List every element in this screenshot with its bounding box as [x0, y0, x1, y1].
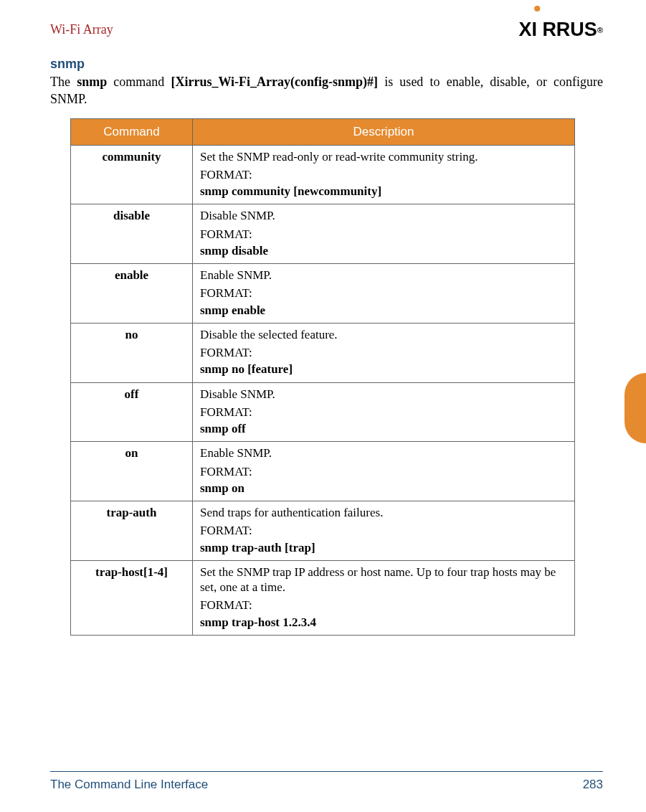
col-header-command: Command: [71, 118, 193, 145]
section-heading: snmp: [50, 57, 603, 72]
footer-page-number: 283: [583, 778, 603, 792]
cmd-name: trap-auth: [71, 501, 193, 561]
table-row: on Enable SNMP. FORMAT: snmp on: [71, 442, 575, 501]
cmd-name: trap-host[1-4]: [71, 560, 193, 635]
cmd-format-value: snmp trap-auth [trap]: [200, 540, 567, 555]
intro-bold-2: [Xirrus_Wi-Fi_Array(config-snmp)#]: [171, 75, 378, 89]
cmd-format-label: FORMAT:: [200, 345, 567, 360]
logo-registered: ®: [597, 26, 603, 34]
cmd-name: on: [71, 442, 193, 501]
cmd-format-label: FORMAT:: [200, 285, 567, 301]
cmd-format-label: FORMAT:: [200, 405, 567, 420]
cmd-format-value: snmp off: [200, 421, 567, 436]
intro-pre: The: [50, 75, 77, 89]
col-header-description: Description: [193, 118, 575, 145]
command-table: Command Description community Set the SN…: [70, 118, 575, 636]
section-intro: The snmp command [Xirrus_Wi-Fi_Array(con…: [50, 73, 603, 108]
cmd-format-value: snmp community [newcommunity]: [200, 184, 567, 199]
table-row: no Disable the selected feature. FORMAT:…: [71, 323, 575, 382]
cmd-desc: Set the SNMP trap IP address or host nam…: [193, 560, 575, 635]
intro-bold-1: snmp: [77, 75, 107, 89]
side-tab-marker: [624, 373, 646, 443]
cmd-desc-text: Disable the selected feature.: [200, 328, 338, 341]
cmd-format-label: FORMAT:: [200, 167, 567, 182]
cmd-desc-text: Disable SNMP.: [200, 209, 275, 222]
cmd-name: no: [71, 323, 193, 382]
cmd-desc: Disable the selected feature. FORMAT: sn…: [193, 323, 575, 382]
logo-dot-i: [532, 19, 543, 41]
cmd-desc-text: Enable SNMP.: [200, 446, 272, 460]
cmd-desc-text: Set the SNMP read-only or read-write com…: [200, 150, 478, 164]
table-row: community Set the SNMP read-only or read…: [71, 145, 575, 204]
cmd-format-label: FORMAT:: [200, 523, 567, 538]
cmd-desc-text: Send traps for authentication failures.: [200, 506, 383, 519]
cmd-desc: Disable SNMP. FORMAT: snmp disable: [193, 204, 575, 264]
cmd-desc: Send traps for authentication failures. …: [193, 501, 575, 561]
table-row: off Disable SNMP. FORMAT: snmp off: [71, 382, 575, 442]
cmd-name: off: [71, 382, 193, 442]
logo-text-2: RRUS: [542, 19, 597, 41]
cmd-desc-text: Enable SNMP.: [200, 268, 272, 282]
logo-text-1: X: [519, 19, 532, 41]
table-row: disable Disable SNMP. FORMAT: snmp disab…: [71, 204, 575, 264]
table-row: trap-auth Send traps for authentication …: [71, 501, 575, 561]
brand-logo: XRRUS®: [519, 19, 603, 41]
footer-left: The Command Line Interface: [50, 778, 208, 792]
cmd-format-value: snmp no [feature]: [200, 362, 567, 377]
table-header-row: Command Description: [71, 118, 575, 145]
cmd-desc: Disable SNMP. FORMAT: snmp off: [193, 382, 575, 442]
table-row: enable Enable SNMP. FORMAT: snmp enable: [71, 264, 575, 324]
cmd-desc-text: Disable SNMP.: [200, 387, 275, 401]
cmd-desc: Enable SNMP. FORMAT: snmp enable: [193, 264, 575, 324]
cmd-format-value: snmp trap-host 1.2.3.4: [200, 615, 567, 630]
cmd-desc: Enable SNMP. FORMAT: snmp on: [193, 442, 575, 501]
cmd-format-value: snmp enable: [200, 303, 567, 318]
cmd-format-label: FORMAT:: [200, 227, 567, 242]
page-header-title: Wi-Fi Array: [50, 22, 113, 37]
cmd-name: community: [71, 145, 193, 204]
cmd-name: disable: [71, 204, 193, 264]
cmd-desc-text: Set the SNMP trap IP address or host nam…: [200, 565, 556, 594]
cmd-name: enable: [71, 264, 193, 324]
cmd-format-label: FORMAT:: [200, 598, 567, 613]
intro-mid: command: [107, 75, 171, 89]
table-row: trap-host[1-4] Set the SNMP trap IP addr…: [71, 560, 575, 635]
cmd-format-label: FORMAT:: [200, 464, 567, 479]
cmd-format-value: snmp on: [200, 481, 567, 496]
cmd-format-value: snmp disable: [200, 243, 567, 258]
cmd-desc: Set the SNMP read-only or read-write com…: [193, 145, 575, 204]
